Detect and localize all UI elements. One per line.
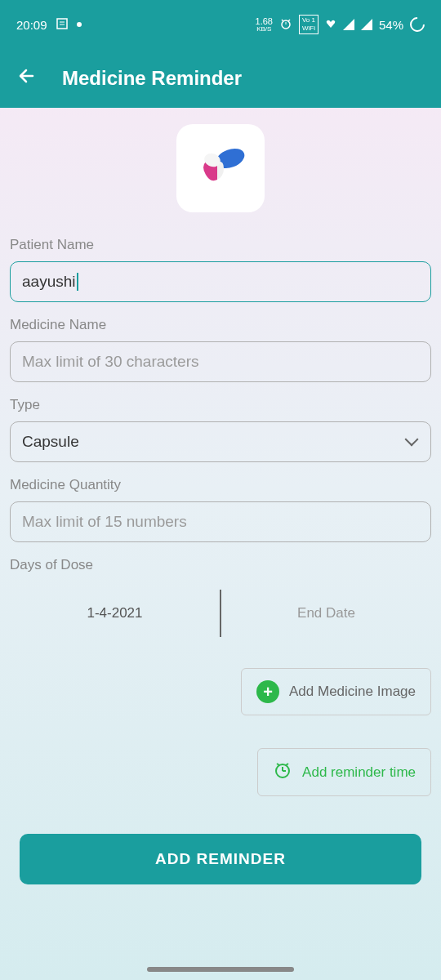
back-arrow-icon[interactable] [16, 65, 38, 92]
medicine-name-input[interactable] [10, 341, 431, 382]
quantity-input[interactable] [10, 501, 431, 542]
heart-icon [325, 18, 336, 32]
add-reminder-button[interactable]: ADD REMINDER [20, 834, 421, 884]
plus-icon: + [256, 680, 279, 703]
medicine-name-label: Medicine Name [10, 317, 431, 333]
type-select[interactable]: Capsule [10, 421, 431, 462]
type-label: Type [10, 397, 431, 413]
svg-line-5 [282, 20, 283, 21]
status-bar: 20:09 1.68 KB/S Vo 1WiFi 54% [0, 0, 441, 49]
patient-name-label: Patient Name [10, 237, 431, 253]
end-date[interactable]: End Date [221, 605, 431, 621]
alarm-icon [279, 17, 292, 33]
signal-icon-2 [361, 19, 372, 30]
svg-rect-0 [57, 19, 67, 29]
clock-icon [273, 760, 292, 784]
status-time: 20:09 [16, 18, 47, 32]
quantity-label: Medicine Quantity [10, 477, 431, 493]
wifi-calling-icon: Vo 1WiFi [299, 15, 318, 33]
battery-percent: 54% [379, 18, 403, 32]
add-reminder-time-button[interactable]: Add reminder time [257, 748, 431, 796]
svg-line-6 [288, 20, 290, 21]
network-speed: 1.68 KB/S [256, 17, 273, 33]
loading-icon [407, 14, 427, 34]
add-medicine-image-button[interactable]: + Add Medicine Image [241, 668, 431, 715]
days-of-dose-label: Days of Dose [10, 557, 431, 573]
app-bar: Medicine Reminder [0, 49, 441, 108]
page-title: Medicine Reminder [62, 67, 242, 90]
patient-name-input[interactable]: aayushi [10, 261, 431, 302]
date-range: 1-4-2021 End Date [10, 588, 431, 639]
svg-line-13 [286, 764, 288, 765]
start-date[interactable]: 1-4-2021 [10, 605, 220, 621]
nav-indicator[interactable] [147, 967, 294, 972]
dot-icon [77, 22, 82, 27]
signal-icon [343, 19, 354, 30]
svg-line-12 [277, 764, 279, 765]
app-logo [176, 124, 265, 212]
notification-icon [56, 17, 69, 33]
